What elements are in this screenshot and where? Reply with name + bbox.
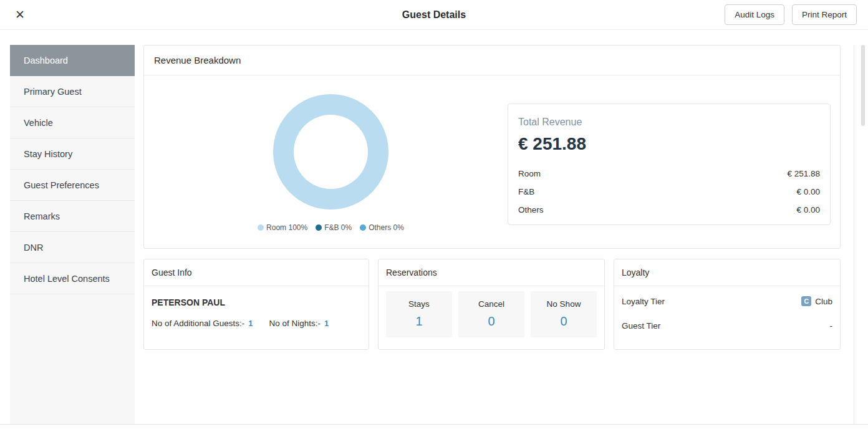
total-revenue-title: Total Revenue (518, 117, 820, 128)
scrollbar[interactable] (861, 45, 865, 425)
loyalty-tier-value: C Club (801, 296, 832, 306)
legend-item-fb: F&B 0% (316, 223, 352, 232)
guest-tier-label: Guest Tier (622, 321, 660, 330)
revenue-row-fb: F&B € 0.00 (518, 187, 820, 196)
cancel-label: Cancel (463, 299, 519, 309)
guest-tier-value: - (830, 321, 833, 330)
sidebar-item-stay-history[interactable]: Stay History (10, 138, 135, 170)
sidebar-item-vehicle[interactable]: Vehicle (10, 107, 135, 138)
nights-label: No of Nights:- (269, 319, 321, 328)
sidebar-item-dnr[interactable]: DNR (10, 232, 135, 263)
guest-info-title: Guest Info (144, 259, 369, 286)
close-icon[interactable]: ✕ (11, 6, 29, 23)
guest-info-card: Guest Info PETERSON PAUL No of Additiona… (143, 259, 369, 350)
revenue-row-others-label: Others (518, 205, 544, 215)
chart-legend: Room 100% F&B 0% Others 0% (258, 223, 404, 232)
sidebar: Dashboard Primary Guest Vehicle Stay His… (10, 45, 135, 424)
guest-name: PETERSON PAUL (152, 297, 361, 307)
nights-count[interactable]: 1 (324, 319, 329, 328)
print-report-button[interactable]: Print Report (792, 4, 857, 25)
revenue-breakdown-title: Revenue Breakdown (144, 46, 840, 75)
revenue-breakdown-card: Revenue Breakdown Room 100% F&B 0% (143, 45, 841, 249)
header: ✕ Guest Details Audit Logs Print Report (0, 0, 868, 30)
guest-counts-line: No of Additional Guests:- 1 No of Nights… (152, 319, 361, 328)
sidebar-item-primary-guest[interactable]: Primary Guest (10, 76, 135, 107)
main-layout: Dashboard Primary Guest Vehicle Stay His… (0, 45, 868, 425)
sidebar-item-guest-preferences[interactable]: Guest Preferences (10, 170, 135, 201)
revenue-donut (273, 94, 388, 210)
loyalty-tier-label: Loyalty Tier (622, 297, 665, 306)
legend-item-others: Others 0% (360, 223, 404, 232)
legend-dot-others-icon (360, 224, 366, 231)
legend-item-room: Room 100% (258, 223, 307, 232)
content-right-divider (854, 45, 854, 425)
loyalty-body: Loyalty Tier C Club Guest Tier - (614, 286, 840, 340)
legend-dot-fb-icon (316, 224, 322, 231)
revenue-donut-section: Room 100% F&B 0% Others 0% (154, 94, 508, 232)
loyalty-tier-row: Loyalty Tier C Club (622, 296, 832, 306)
audit-logs-button[interactable]: Audit Logs (725, 4, 784, 25)
legend-label-fb: F&B 0% (324, 223, 352, 232)
stat-box-cancel: Cancel 0 (458, 291, 524, 337)
additional-guests-count[interactable]: 1 (248, 319, 253, 328)
revenue-breakdown-body: Room 100% F&B 0% Others 0% Total Reven (144, 75, 840, 248)
revenue-row-room-label: Room (518, 169, 541, 178)
content: Revenue Breakdown Room 100% F&B 0% (143, 45, 841, 424)
revenue-row-others: Others € 0.00 (518, 205, 820, 215)
total-revenue-card: Total Revenue € 251.88 Room € 251.88 F&B… (508, 104, 831, 225)
revenue-row-room: Room € 251.88 (518, 169, 820, 178)
loyalty-card: Loyalty Loyalty Tier C Club Guest Tier - (614, 259, 841, 350)
sidebar-item-hotel-level-consents[interactable]: Hotel Level Consents (10, 263, 135, 294)
legend-dot-room-icon (258, 224, 264, 231)
club-badge-icon: C (801, 296, 811, 306)
reservations-card: Reservations Stays 1 Cancel 0 No Show 0 (378, 259, 605, 350)
stays-label: Stays (391, 299, 447, 309)
legend-label-others: Others 0% (369, 223, 404, 232)
total-revenue-value: € 251.88 (518, 134, 820, 154)
no-show-label: No Show (536, 299, 592, 309)
sidebar-item-dashboard[interactable]: Dashboard (10, 45, 135, 76)
stat-box-stays: Stays 1 (386, 291, 452, 337)
revenue-row-fb-value: € 0.00 (796, 187, 820, 196)
cancel-value: 0 (463, 314, 519, 329)
no-show-value: 0 (536, 314, 592, 329)
loyalty-title: Loyalty (614, 259, 840, 286)
page-title: Guest Details (402, 9, 466, 21)
scrollbar-thumb[interactable] (861, 45, 865, 126)
reservations-body: Stays 1 Cancel 0 No Show 0 (379, 286, 604, 346)
guest-info-body: PETERSON PAUL No of Additional Guests:- … (144, 286, 369, 339)
guest-tier-row: Guest Tier - (622, 321, 832, 330)
stat-box-no-show: No Show 0 (531, 291, 597, 337)
stays-value: 1 (391, 314, 447, 329)
revenue-row-others-value: € 0.00 (796, 205, 820, 215)
revenue-row-fb-label: F&B (518, 187, 534, 196)
additional-guests-label: No of Additional Guests:- (152, 319, 244, 328)
revenue-row-room-value: € 251.88 (787, 169, 820, 178)
reservations-title: Reservations (379, 259, 604, 286)
sidebar-item-remarks[interactable]: Remarks (10, 201, 135, 232)
loyalty-tier-name: Club (815, 297, 832, 306)
legend-label-room: Room 100% (266, 223, 307, 232)
summary-cards-row: Guest Info PETERSON PAUL No of Additiona… (143, 259, 841, 350)
header-actions: Audit Logs Print Report (725, 4, 857, 25)
